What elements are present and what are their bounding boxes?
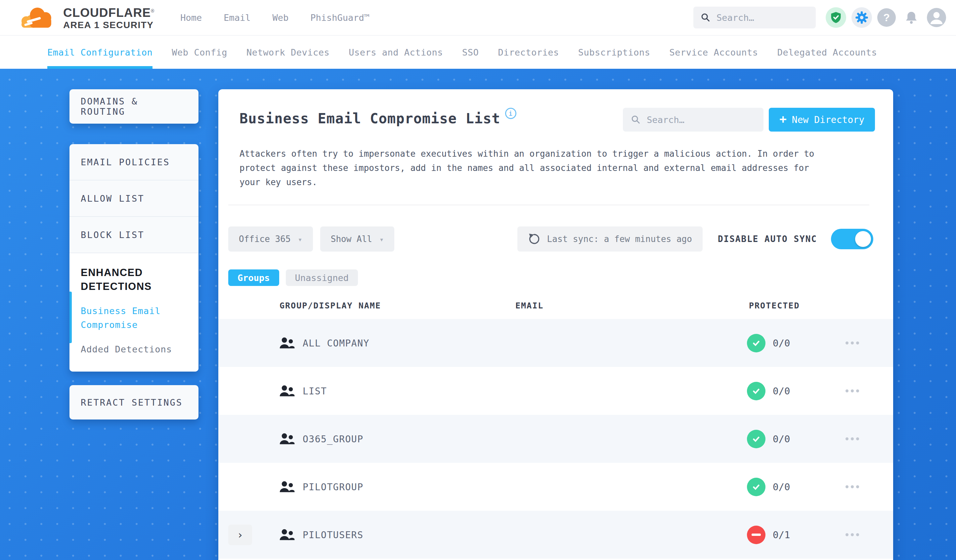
user-account-icon[interactable] [927,8,946,27]
directory-search-input[interactable] [647,115,746,125]
check-icon [751,434,761,444]
group-name: PILOTGROUP [303,481,363,492]
directory-type-dropdown[interactable]: Office 365 [228,226,313,252]
directory-search[interactable] [623,108,764,132]
group-icon [279,528,295,542]
enhanced-detections-title: ENHANCED DETECTIONS [81,266,177,293]
tab-email-configuration[interactable]: Email Configuration [47,36,153,69]
tab-users-and-actions[interactable]: Users and Actions [349,36,443,69]
tab-unassigned[interactable]: Unassigned [286,270,358,286]
tab-delegated-accounts[interactable]: Delegated Accounts [777,36,877,69]
cloudflare-logo: CLOUDFLARE® AREA 1 SECURITY [18,3,154,32]
table-row: O365_GROUP 0/0 [219,415,893,463]
sidebar-item-retract-settings[interactable]: RETRACT SETTINGS [69,385,198,419]
sidebar-item-email-policies[interactable]: EMAIL POLICIES [69,144,198,180]
table-row: PILOTUSERS 0/1 [219,511,893,559]
sidebar-item-block-list[interactable]: BLOCK LIST [69,217,198,253]
status-badge [747,334,766,352]
new-directory-button[interactable]: + New Directory [769,108,875,132]
brand-name: CLOUDFLARE® [63,4,154,19]
plus-icon: + [779,113,787,125]
sync-icon [528,233,540,245]
sidebar-item-domains-routing[interactable]: DOMAINS & ROUTING [69,89,198,124]
table-row: LIST 0/0 [219,367,893,415]
secondary-navigation: Email Configuration Web Config Network D… [0,36,956,69]
column-group-display-name: GROUP/DISPLAY NAME [280,301,381,311]
product-name: AREA 1 SECURITY [63,19,154,31]
auto-sync-toggle[interactable] [831,229,873,249]
row-menu-button[interactable] [844,528,863,542]
help-icon[interactable]: ? [877,8,896,27]
shield-check-icon[interactable] [825,7,846,28]
group-name: O365_GROUP [303,433,363,444]
protected-count: 0/0 [773,481,790,493]
tab-sso[interactable]: SSO [462,36,479,69]
controls-row: Office 365 Show All Last sync: a few min… [228,226,873,252]
row-menu-button[interactable] [844,480,863,494]
ellipsis-icon [846,438,849,440]
nav-phishguard[interactable]: PhishGuard™ [310,13,370,23]
info-icon[interactable] [505,108,516,119]
show-filter-dropdown[interactable]: Show All [320,226,394,252]
table-row: ALL COMPANY 0/0 [219,319,893,367]
group-icon [279,432,295,446]
chevron-down-icon [298,234,302,244]
status-badge [747,430,766,448]
status-badge [747,478,766,496]
status-badge [747,525,766,544]
tab-network-devices[interactable]: Network Devices [247,36,329,69]
ellipsis-icon [846,533,849,536]
column-protected: PROTECTED [749,301,800,311]
page-background: DOMAINS & ROUTING EMAIL POLICIES ALLOW L… [0,69,956,560]
sidebar-policies-card: EMAIL POLICIES ALLOW LIST BLOCK LIST ENH… [69,144,198,372]
sidebar-item-allow-list[interactable]: ALLOW LIST [69,180,198,217]
row-menu-button[interactable] [844,432,863,446]
page-description: Attackers often try to impersonate execu… [239,147,822,190]
toggle-knob [855,231,871,247]
sidebar-item-business-email-compromise[interactable]: Business Email Compromise [81,304,180,332]
group-name: LIST [303,386,327,396]
column-email: EMAIL [516,301,544,311]
tab-groups[interactable]: Groups [228,270,279,286]
global-search-input[interactable] [717,13,799,23]
tab-service-accounts[interactable]: Service Accounts [670,36,758,69]
group-name: ALL COMPANY [303,337,370,348]
top-header: CLOUDFLARE® AREA 1 SECURITY Home Email W… [0,0,956,36]
search-icon [631,115,641,125]
settings-gear-icon[interactable] [851,7,872,28]
cloudflare-cloud-icon [18,3,57,32]
tab-web-config[interactable]: Web Config [172,36,227,69]
row-menu-button[interactable] [844,384,863,398]
logo-text: CLOUDFLARE® AREA 1 SECURITY [63,4,154,31]
nav-email[interactable]: Email [223,13,250,23]
protected-count: 0/1 [773,529,790,541]
ellipsis-icon [846,485,849,488]
main-panel: Business Email Compromise List + New Dir… [219,89,893,560]
expand-row-button[interactable] [228,525,252,545]
tab-directories[interactable]: Directories [498,36,559,69]
search-icon [701,13,711,22]
ellipsis-icon [846,342,849,345]
row-menu-button[interactable] [844,336,863,350]
nav-web[interactable]: Web [273,13,289,23]
check-icon [751,482,761,492]
global-search[interactable] [693,6,816,28]
table-header: GROUP/DISPLAY NAME EMAIL PROTECTED [219,286,893,319]
protected-count: 0/0 [773,337,790,349]
group-tabs: Groups Unassigned [228,270,893,286]
header-icon-group: ? [825,7,946,28]
tab-subscriptions[interactable]: Subscriptions [578,36,650,69]
page-title: Business Email Compromise List [239,110,500,127]
groups-table: ALL COMPANY 0/0 LIST [219,319,893,559]
notifications-bell-icon[interactable] [901,7,921,28]
last-sync-status[interactable]: Last sync: a few minutes ago [517,226,703,252]
group-icon [279,480,295,494]
enhanced-detections-section: ENHANCED DETECTIONS Business Email Compr… [69,253,198,372]
group-icon [279,384,295,398]
protected-count: 0/0 [773,386,790,397]
group-icon [279,336,295,350]
table-row: PILOTGROUP 0/0 [219,463,893,511]
check-icon [751,338,761,348]
nav-home[interactable]: Home [180,13,202,23]
sidebar-item-added-detections[interactable]: Added Detections [81,342,180,356]
